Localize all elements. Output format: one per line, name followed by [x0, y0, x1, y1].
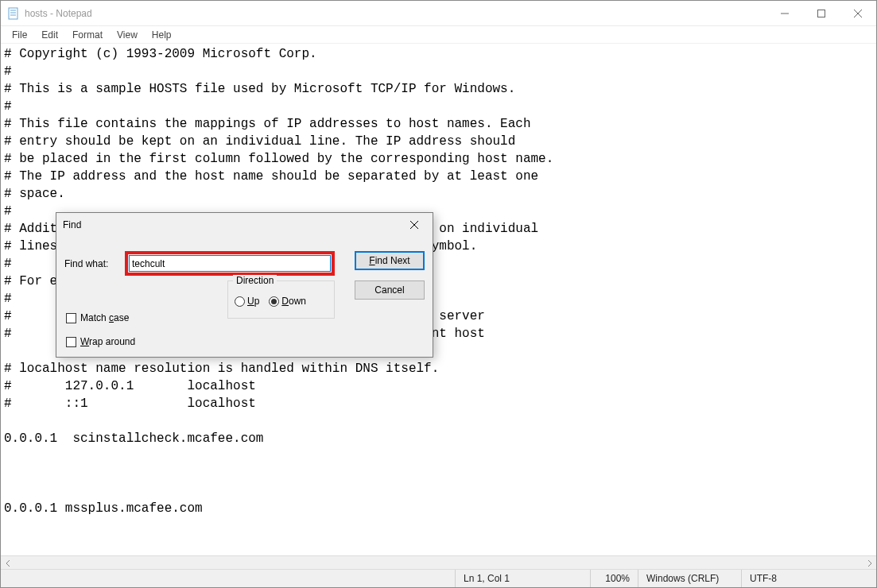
minimize-button[interactable]	[766, 1, 803, 25]
find-dialog-titlebar[interactable]: Find	[56, 213, 433, 237]
cancel-button[interactable]: Cancel	[355, 280, 425, 300]
find-what-label: Find what:	[64, 258, 118, 269]
match-case-checkbox[interactable]: Match case	[66, 312, 129, 323]
direction-label: Direction	[233, 275, 277, 286]
direction-up-radio[interactable]: Up	[235, 296, 259, 307]
window-title: hosts - Notepad	[25, 8, 92, 19]
wrap-around-checkbox[interactable]: Wrap around	[66, 336, 135, 347]
find-dialog-title: Find	[63, 219, 81, 230]
find-next-button[interactable]: Find Next	[355, 251, 425, 270]
find-what-input[interactable]	[129, 255, 331, 272]
close-button[interactable]	[840, 1, 876, 25]
menu-edit[interactable]: Edit	[35, 28, 64, 42]
svg-rect-0	[9, 8, 17, 19]
menu-file[interactable]: File	[6, 28, 33, 42]
find-dialog-body: Find what: Find Next Cancel Direction Up…	[56, 237, 433, 357]
scroll-right-arrow[interactable]	[863, 556, 876, 570]
menu-bar: File Edit Format View Help	[1, 26, 876, 44]
menu-format[interactable]: Format	[66, 28, 109, 42]
maximize-button[interactable]	[803, 1, 840, 25]
status-zoom: 100%	[590, 570, 638, 587]
menu-view[interactable]: View	[111, 28, 144, 42]
find-dialog: Find Find what: Find Next Cancel Dir	[56, 212, 433, 358]
direction-group: Up Down	[227, 280, 335, 319]
notepad-window: hosts - Notepad File Edit Format View He…	[0, 0, 877, 588]
menu-help[interactable]: Help	[146, 28, 178, 42]
direction-down-radio[interactable]: Down	[269, 296, 306, 307]
status-position: Ln 1, Col 1	[455, 570, 590, 587]
svg-rect-5	[818, 10, 825, 17]
status-bar: Ln 1, Col 1 100% Windows (CRLF) UTF-8	[1, 569, 876, 587]
notepad-icon	[7, 7, 20, 20]
title-bar: hosts - Notepad	[1, 1, 876, 26]
editor-area[interactable]: # Copyright (c) 1993-2009 Microsoft Corp…	[1, 44, 876, 555]
find-input-highlight	[125, 251, 335, 276]
status-encoding: UTF-8	[741, 570, 876, 587]
find-close-button[interactable]	[402, 214, 426, 236]
status-line-ending: Windows (CRLF)	[638, 570, 741, 587]
scroll-left-arrow[interactable]	[1, 556, 14, 570]
horizontal-scrollbar[interactable]	[1, 555, 876, 569]
